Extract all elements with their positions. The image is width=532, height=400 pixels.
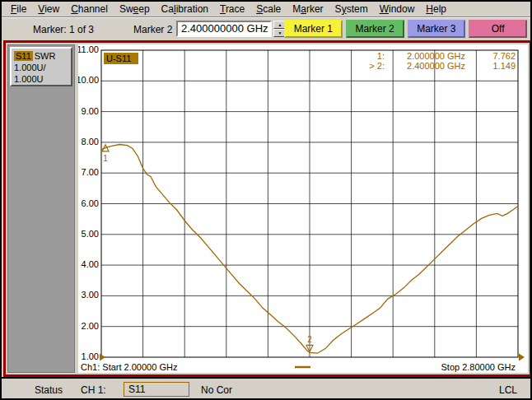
y-tick-label: 9.00 (82, 106, 99, 116)
readout-frequency: 2.400000 GHz (407, 61, 465, 71)
readout-value: 7.762 (492, 51, 516, 61)
menu-trace[interactable]: Trace (214, 2, 250, 16)
marker-field-label: Marker 2 (133, 24, 172, 35)
marker-buttons: Marker 1Marker 2Marker 3Off (284, 20, 527, 38)
trace-title: U-S11 (106, 53, 131, 63)
button-marker-2[interactable]: Marker 2 (346, 20, 404, 38)
y-tick-label: 10.00 (78, 75, 99, 85)
menu-scale[interactable]: Scale (250, 2, 287, 16)
reference-label: 1.000U (14, 73, 68, 85)
menu-view[interactable]: View (32, 2, 65, 16)
button-marker-1[interactable]: Marker 1 (284, 20, 343, 38)
status-bar: Status CH 1: S11 No Cor LCL (2, 377, 530, 398)
y-tick-label: 7.00 (82, 167, 99, 177)
y-tick-label: 2.00 (82, 321, 99, 331)
marker-2-number: 2 (307, 335, 312, 344)
reference-arrow-right (519, 354, 525, 361)
button-off[interactable]: Off (469, 20, 527, 38)
y-tick-label: 11.00 (78, 44, 99, 54)
format-label: SWR (35, 51, 56, 61)
y-tick-label: 5.00 (82, 229, 99, 239)
measurement-badge: S11 (14, 51, 33, 61)
swr-chart: 11.0010.009.008.007.006.005.004.003.002.… (78, 44, 528, 372)
y-tick-label: 3.00 (82, 290, 99, 300)
y-tick-label: 6.00 (82, 198, 99, 208)
chart-panel: 11.0010.009.008.007.006.005.004.003.002.… (78, 44, 528, 373)
marker-1-number: 1 (103, 154, 108, 163)
readout-marker-label: 1: (377, 51, 385, 61)
menu-window[interactable]: Window (374, 2, 421, 16)
app-window: FileViewChannelSweepCalibrationTraceScal… (0, 0, 532, 400)
y-tick-label: 8.00 (82, 137, 99, 147)
marker-frequency-input[interactable]: 2.400000000 GHz (176, 21, 272, 37)
status-label: Status (35, 384, 63, 396)
y-tick-label: 4.00 (82, 259, 99, 269)
y-tick-label: 1.00 (82, 351, 99, 361)
menu-file[interactable]: File (5, 2, 32, 16)
lcl-mode-label: LCL (499, 384, 517, 396)
start-frequency-label: Ch1: Start 2.00000 GHz (81, 362, 177, 372)
button-marker-3[interactable]: Marker 3 (408, 20, 466, 38)
menu-system[interactable]: System (329, 2, 374, 16)
scale-label: 1.000U/ (14, 62, 68, 73)
trace-sidebar: S11SWR 1.000U/ 1.000U (7, 44, 75, 373)
marker-toolbar: Marker: 1 of 3 Marker 2 2.400000000 GHz … (2, 19, 530, 40)
status-measurement-box[interactable]: S11 (124, 382, 189, 397)
display-area: S11SWR 1.000U/ 1.000U 11.0010.009.008.00… (3, 40, 532, 377)
menu-marker[interactable]: Marker (287, 2, 329, 16)
readout-value: 1.149 (492, 61, 516, 71)
menu-sweep[interactable]: Sweep (114, 2, 156, 16)
readout-marker-label: > 2: (369, 61, 385, 71)
channel-label: CH 1: (81, 384, 106, 396)
menu-channel[interactable]: Channel (65, 2, 114, 16)
trace-select-button[interactable]: S11SWR 1.000U/ 1.000U (10, 47, 72, 86)
readout-frequency: 2.000000 GHz (407, 51, 465, 61)
stop-frequency-label: Stop 2.80000 GHz (441, 362, 516, 372)
correction-status: No Cor (201, 384, 232, 396)
menu-calibration[interactable]: Calibration (156, 2, 214, 16)
menu-bar: FileViewChannelSweepCalibrationTraceScal… (2, 2, 530, 17)
menu-help[interactable]: Help (420, 2, 452, 16)
marker-count-label: Marker: 1 of 3 (33, 24, 94, 35)
